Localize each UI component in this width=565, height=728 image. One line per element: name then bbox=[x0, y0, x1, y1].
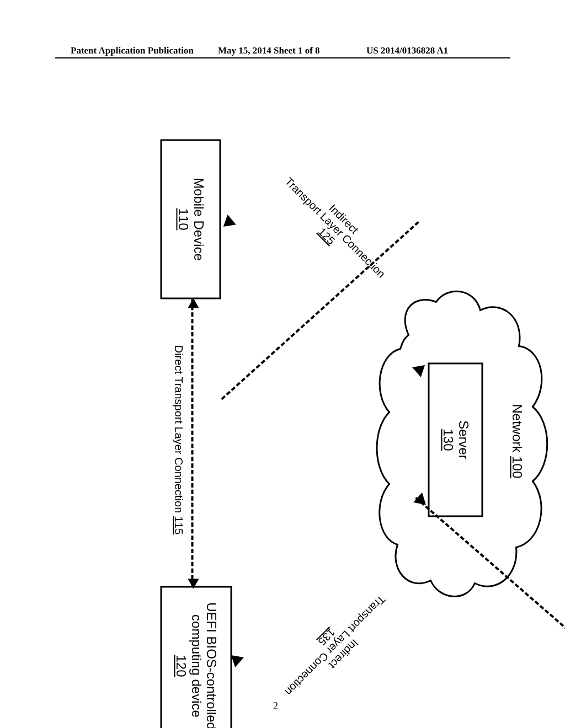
header-center: May 15, 2014 Sheet 1 of 8 bbox=[218, 45, 320, 56]
conn-left-line1: Indirect bbox=[281, 156, 407, 282]
connection-label-right: Indirect Transport Layer Connection 135 bbox=[264, 574, 407, 717]
network-label: Network 100 bbox=[509, 404, 525, 479]
server-label: Server bbox=[456, 420, 471, 459]
uefi-number: 120 bbox=[173, 655, 189, 677]
conn-right-num: 135 bbox=[264, 574, 390, 700]
conn-right-line2: Transport Layer Connection bbox=[273, 583, 398, 709]
arrowhead-icon bbox=[219, 215, 236, 232]
figure-container: Figure 1 Network 100 Server 130 Indirect… bbox=[1, 156, 566, 595]
conn-left-line2: Transport Layer Connection bbox=[273, 165, 398, 291]
uefi-line1: UEFI BIOS-controlled bbox=[204, 602, 219, 728]
header-right: US 2014/0136828 A1 bbox=[366, 45, 448, 56]
connection-line-bottom bbox=[191, 299, 194, 586]
connection-label-bottom: Direct Transport Layer Connection 115 bbox=[173, 313, 185, 567]
arrowhead-icon bbox=[188, 298, 199, 308]
server-number: 130 bbox=[440, 429, 456, 451]
header-rule bbox=[55, 57, 510, 58]
server-box: Server 130 bbox=[428, 363, 483, 517]
mobile-label: Mobile Device bbox=[191, 178, 206, 261]
connection-label-left: Indirect Transport Layer Connection 125 bbox=[264, 156, 407, 299]
mobile-device-box: Mobile Device 110 bbox=[161, 140, 221, 299]
header-left: Patent Application Publication bbox=[71, 45, 194, 56]
page-number: 2 bbox=[273, 700, 278, 712]
mobile-number: 110 bbox=[175, 208, 191, 230]
network-text: Network bbox=[510, 404, 525, 453]
conn-bottom-text: Direct Transport Layer Connection bbox=[173, 345, 185, 513]
conn-left-num: 125 bbox=[264, 173, 390, 299]
conn-bottom-num: 115 bbox=[173, 516, 185, 534]
uefi-line2: computing device bbox=[189, 614, 204, 718]
uefi-device-box: UEFI BIOS-controlled computing device 12… bbox=[161, 586, 232, 729]
network-number: 100 bbox=[510, 456, 525, 478]
